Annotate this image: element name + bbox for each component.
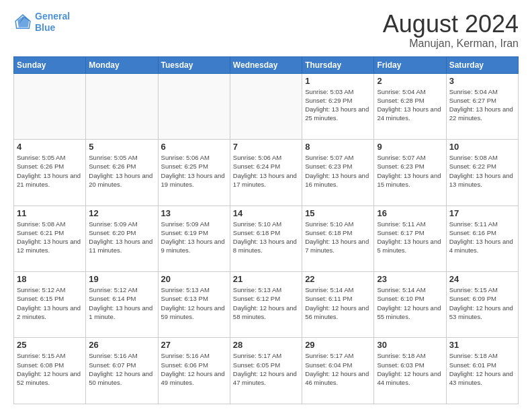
calendar-cell: 4Sunrise: 5:05 AMSunset: 6:26 PMDaylight… (14, 140, 86, 205)
day-number: 14 (233, 208, 299, 218)
day-number: 1 (305, 76, 371, 86)
day-number: 24 (449, 274, 515, 284)
day-header-tuesday: Tuesday (158, 56, 230, 73)
calendar-week-4: 18Sunrise: 5:12 AMSunset: 6:15 PMDayligh… (14, 272, 519, 338)
day-number: 16 (377, 208, 443, 218)
calendar-cell: 1Sunrise: 5:03 AMSunset: 6:29 PMDaylight… (302, 73, 374, 139)
day-header-saturday: Saturday (446, 56, 518, 73)
day-number: 20 (161, 274, 227, 284)
day-info: Sunrise: 5:13 AMSunset: 6:12 PMDaylight:… (233, 285, 299, 321)
day-info: Sunrise: 5:12 AMSunset: 6:14 PMDaylight:… (89, 285, 154, 321)
day-info: Sunrise: 5:05 AMSunset: 6:26 PMDaylight:… (17, 153, 83, 189)
day-info: Sunrise: 5:08 AMSunset: 6:22 PMDaylight:… (449, 153, 515, 189)
calendar-cell: 31Sunrise: 5:18 AMSunset: 6:01 PMDayligh… (446, 338, 518, 404)
header: General Blue August 2024 Manujan, Kerman… (13, 11, 519, 50)
logo: General Blue (13, 11, 70, 34)
calendar-cell: 26Sunrise: 5:16 AMSunset: 6:07 PMDayligh… (86, 338, 158, 404)
day-info: Sunrise: 5:07 AMSunset: 6:23 PMDaylight:… (377, 153, 443, 189)
calendar-cell: 14Sunrise: 5:10 AMSunset: 6:18 PMDayligh… (230, 205, 302, 271)
day-info: Sunrise: 5:03 AMSunset: 6:29 PMDaylight:… (305, 87, 371, 123)
day-number: 5 (89, 142, 154, 152)
day-info: Sunrise: 5:18 AMSunset: 6:03 PMDaylight:… (377, 351, 443, 387)
day-info: Sunrise: 5:13 AMSunset: 6:13 PMDaylight:… (161, 285, 227, 321)
day-number: 2 (377, 76, 443, 86)
day-info: Sunrise: 5:11 AMSunset: 6:17 PMDaylight:… (377, 220, 443, 255)
day-info: Sunrise: 5:11 AMSunset: 6:16 PMDaylight:… (449, 220, 515, 255)
day-number: 29 (305, 340, 371, 350)
day-number: 8 (305, 142, 371, 152)
day-number: 11 (17, 208, 83, 218)
day-number: 6 (161, 142, 227, 152)
calendar-cell: 5Sunrise: 5:05 AMSunset: 6:26 PMDaylight… (86, 140, 158, 205)
day-number: 12 (89, 208, 154, 218)
day-number: 13 (161, 208, 227, 218)
calendar-cell: 20Sunrise: 5:13 AMSunset: 6:13 PMDayligh… (158, 272, 230, 338)
calendar-cell: 27Sunrise: 5:16 AMSunset: 6:06 PMDayligh… (158, 338, 230, 404)
day-number: 22 (305, 274, 371, 284)
day-number: 31 (449, 340, 515, 350)
calendar-cell (230, 73, 302, 139)
day-info: Sunrise: 5:06 AMSunset: 6:24 PMDaylight:… (233, 153, 299, 189)
title-block: August 2024 Manujan, Kerman, Iran (383, 11, 519, 50)
calendar-cell: 3Sunrise: 5:04 AMSunset: 6:27 PMDaylight… (446, 73, 518, 139)
calendar-cell (158, 73, 230, 139)
day-header-friday: Friday (374, 56, 446, 73)
day-info: Sunrise: 5:09 AMSunset: 6:19 PMDaylight:… (161, 220, 227, 255)
day-info: Sunrise: 5:08 AMSunset: 6:21 PMDaylight:… (17, 220, 83, 255)
day-info: Sunrise: 5:06 AMSunset: 6:25 PMDaylight:… (161, 153, 227, 189)
calendar-cell: 28Sunrise: 5:17 AMSunset: 6:05 PMDayligh… (230, 338, 302, 404)
calendar-cell: 24Sunrise: 5:15 AMSunset: 6:09 PMDayligh… (446, 272, 518, 338)
calendar-cell: 2Sunrise: 5:04 AMSunset: 6:28 PMDaylight… (374, 73, 446, 139)
logo-text: General Blue (35, 11, 70, 34)
logo-line1: General (35, 11, 70, 21)
day-info: Sunrise: 5:15 AMSunset: 6:08 PMDaylight:… (17, 351, 83, 387)
day-number: 10 (449, 142, 515, 152)
day-header-wednesday: Wednesday (230, 56, 302, 73)
calendar-cell: 29Sunrise: 5:17 AMSunset: 6:04 PMDayligh… (302, 338, 374, 404)
calendar-cell: 11Sunrise: 5:08 AMSunset: 6:21 PMDayligh… (14, 205, 86, 271)
calendar-cell: 21Sunrise: 5:13 AMSunset: 6:12 PMDayligh… (230, 272, 302, 338)
calendar-cell: 18Sunrise: 5:12 AMSunset: 6:15 PMDayligh… (14, 272, 86, 338)
day-number: 17 (449, 208, 515, 218)
calendar-cell: 7Sunrise: 5:06 AMSunset: 6:24 PMDaylight… (230, 140, 302, 205)
day-number: 9 (377, 142, 443, 152)
calendar-cell: 23Sunrise: 5:14 AMSunset: 6:10 PMDayligh… (374, 272, 446, 338)
page: General Blue August 2024 Manujan, Kerman… (0, 0, 532, 411)
calendar-cell: 9Sunrise: 5:07 AMSunset: 6:23 PMDaylight… (374, 140, 446, 205)
day-info: Sunrise: 5:04 AMSunset: 6:28 PMDaylight:… (377, 87, 443, 123)
calendar-table: SundayMondayTuesdayWednesdayThursdayFrid… (13, 56, 519, 404)
day-number: 3 (449, 76, 515, 86)
day-number: 27 (161, 340, 227, 350)
calendar-cell: 6Sunrise: 5:06 AMSunset: 6:25 PMDaylight… (158, 140, 230, 205)
day-info: Sunrise: 5:07 AMSunset: 6:23 PMDaylight:… (305, 153, 371, 189)
day-number: 18 (17, 274, 83, 284)
calendar-cell: 19Sunrise: 5:12 AMSunset: 6:14 PMDayligh… (86, 272, 158, 338)
calendar-cell: 10Sunrise: 5:08 AMSunset: 6:22 PMDayligh… (446, 140, 518, 205)
main-title: August 2024 (383, 11, 519, 38)
calendar-week-2: 4Sunrise: 5:05 AMSunset: 6:26 PMDaylight… (14, 140, 519, 205)
day-number: 30 (377, 340, 443, 350)
day-header-sunday: Sunday (14, 56, 86, 73)
day-info: Sunrise: 5:09 AMSunset: 6:20 PMDaylight:… (89, 220, 154, 255)
calendar-cell: 15Sunrise: 5:10 AMSunset: 6:18 PMDayligh… (302, 205, 374, 271)
day-info: Sunrise: 5:15 AMSunset: 6:09 PMDaylight:… (449, 285, 515, 321)
calendar-cell: 25Sunrise: 5:15 AMSunset: 6:08 PMDayligh… (14, 338, 86, 404)
day-number: 19 (89, 274, 154, 284)
day-info: Sunrise: 5:16 AMSunset: 6:06 PMDaylight:… (161, 351, 227, 387)
day-header-thursday: Thursday (302, 56, 374, 73)
calendar-week-5: 25Sunrise: 5:15 AMSunset: 6:08 PMDayligh… (14, 338, 519, 404)
logo-line2: Blue (35, 22, 55, 33)
calendar-cell (14, 73, 86, 139)
subtitle: Manujan, Kerman, Iran (383, 38, 519, 50)
day-info: Sunrise: 5:05 AMSunset: 6:26 PMDaylight:… (89, 153, 154, 189)
day-info: Sunrise: 5:12 AMSunset: 6:15 PMDaylight:… (17, 285, 83, 321)
calendar-cell: 8Sunrise: 5:07 AMSunset: 6:23 PMDaylight… (302, 140, 374, 205)
calendar-cell: 12Sunrise: 5:09 AMSunset: 6:20 PMDayligh… (86, 205, 158, 271)
day-number: 26 (89, 340, 154, 350)
day-info: Sunrise: 5:17 AMSunset: 6:04 PMDaylight:… (305, 351, 371, 387)
calendar-cell: 22Sunrise: 5:14 AMSunset: 6:11 PMDayligh… (302, 272, 374, 338)
calendar-cell: 16Sunrise: 5:11 AMSunset: 6:17 PMDayligh… (374, 205, 446, 271)
day-number: 15 (305, 208, 371, 218)
day-info: Sunrise: 5:16 AMSunset: 6:07 PMDaylight:… (89, 351, 154, 387)
day-number: 25 (17, 340, 83, 350)
